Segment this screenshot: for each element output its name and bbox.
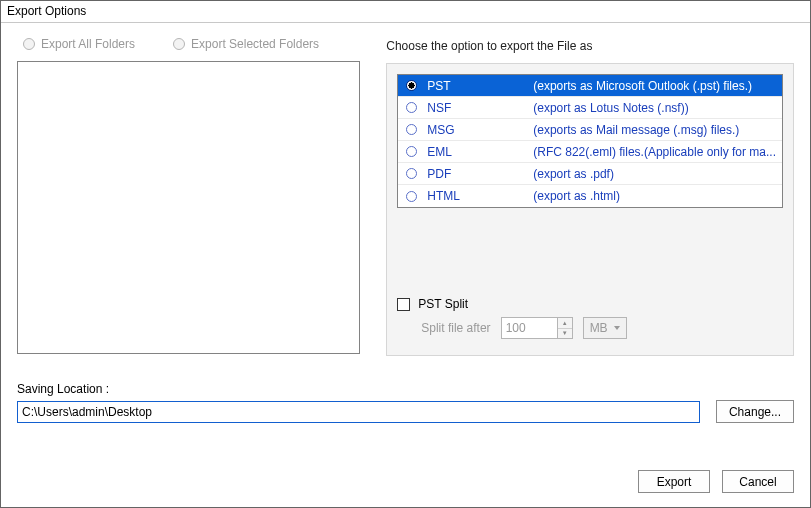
dialog-content: Export All Folders Export Selected Folde… (1, 23, 810, 507)
pst-split-checkbox[interactable] (397, 298, 410, 311)
format-name: PDF (427, 167, 523, 181)
pst-split-section: PST Split Split file after ▲ ▼ MB (397, 297, 783, 339)
format-desc: (export as .html) (533, 189, 776, 203)
radio-export-all: Export All Folders (23, 37, 135, 51)
change-button[interactable]: Change... (716, 400, 794, 423)
radio-export-all-label: Export All Folders (41, 37, 135, 51)
radio-icon (406, 102, 417, 113)
export-button[interactable]: Export (638, 470, 710, 493)
format-name: HTML (427, 189, 523, 203)
radio-icon (406, 124, 417, 135)
split-after-label: Split file after (421, 321, 490, 335)
radio-export-selected: Export Selected Folders (173, 37, 319, 51)
pst-split-label: PST Split (418, 297, 468, 311)
radio-icon (406, 168, 417, 179)
format-option-nsf[interactable]: NSF(export as Lotus Notes (.nsf)) (398, 97, 782, 119)
radio-icon (23, 38, 35, 50)
split-size-stepper: ▲ ▼ (501, 317, 573, 339)
split-unit-dropdown: MB (583, 317, 627, 339)
folder-tree-box[interactable] (17, 61, 360, 354)
format-option-html[interactable]: HTML(export as .html) (398, 185, 782, 207)
format-desc: (exports as Mail message (.msg) files.) (533, 123, 776, 137)
format-desc: (RFC 822(.eml) files.(Applicable only fo… (533, 145, 776, 159)
format-option-pdf[interactable]: PDF(export as .pdf) (398, 163, 782, 185)
saving-location-label: Saving Location : (17, 382, 794, 396)
spin-down-icon: ▼ (558, 329, 572, 339)
format-groupbox: PST(exports as Microsoft Outlook (.pst) … (386, 63, 794, 356)
format-option-msg[interactable]: MSG(exports as Mail message (.msg) files… (398, 119, 782, 141)
format-name: EML (427, 145, 523, 159)
radio-icon (173, 38, 185, 50)
spin-up-icon: ▲ (558, 318, 572, 329)
choose-format-label: Choose the option to export the File as (386, 39, 794, 53)
format-desc: (exports as Microsoft Outlook (.pst) fil… (533, 79, 776, 93)
radio-icon (406, 146, 417, 157)
format-option-eml[interactable]: EML(RFC 822(.eml) files.(Applicable only… (398, 141, 782, 163)
radio-export-selected-label: Export Selected Folders (191, 37, 319, 51)
radio-icon (406, 80, 417, 91)
format-list: PST(exports as Microsoft Outlook (.pst) … (397, 74, 783, 208)
format-name: MSG (427, 123, 523, 137)
cancel-button[interactable]: Cancel (722, 470, 794, 493)
saving-location-input[interactable] (17, 401, 700, 423)
format-name: NSF (427, 101, 523, 115)
window-title: Export Options (1, 1, 810, 23)
chevron-down-icon (614, 326, 620, 330)
split-unit-value: MB (590, 321, 608, 335)
format-name: PST (427, 79, 523, 93)
format-desc: (export as .pdf) (533, 167, 776, 181)
radio-icon (406, 191, 417, 202)
format-option-pst[interactable]: PST(exports as Microsoft Outlook (.pst) … (398, 75, 782, 97)
split-size-input (501, 317, 557, 339)
format-desc: (export as Lotus Notes (.nsf)) (533, 101, 776, 115)
